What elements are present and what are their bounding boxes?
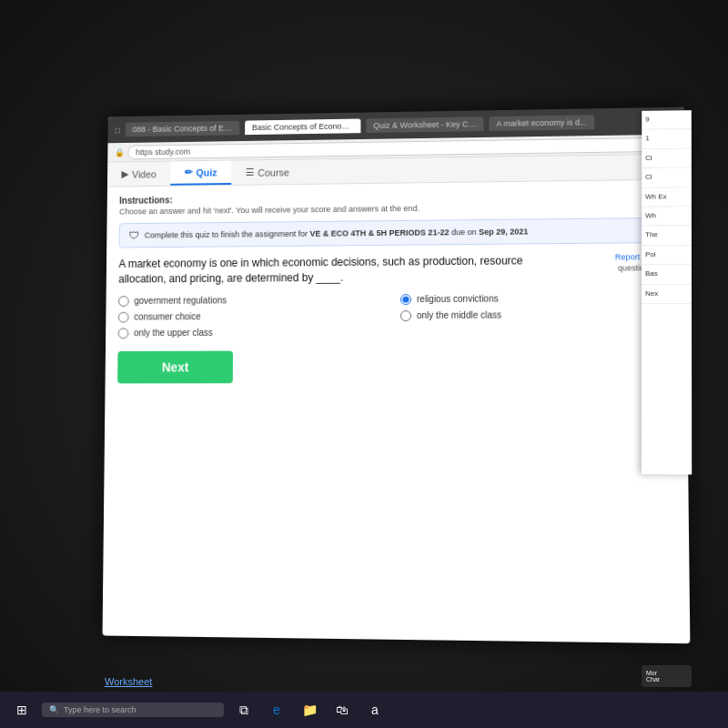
option-4[interactable]: only the upper class: [118, 327, 382, 339]
notification-line-1: Mor: [646, 670, 687, 676]
shield-icon: 🛡: [128, 229, 139, 242]
option-2[interactable]: religious convictions: [400, 292, 673, 305]
quiz-content: Instructions: Choose an answer and hit '…: [105, 180, 687, 392]
tab-quiz[interactable]: ✏ Quiz: [170, 161, 231, 186]
sidebar-item-8[interactable]: Pol: [642, 246, 692, 266]
tab-course[interactable]: ☰ Course: [231, 159, 304, 184]
course-icon: ☰: [246, 167, 255, 178]
option-label-2[interactable]: religious convictions: [417, 294, 499, 305]
edge-icon[interactable]: e: [264, 697, 289, 723]
taskbar-search[interactable]: 🔍 Type here to search: [42, 703, 224, 717]
option-5[interactable]: only the middle class: [400, 308, 673, 321]
files-icon[interactable]: 📁: [297, 697, 322, 723]
sidebar-item-6[interactable]: Wh: [642, 207, 692, 227]
sidebar-item-4[interactable]: Cl: [642, 168, 692, 188]
option-label-1[interactable]: government regulations: [134, 296, 227, 306]
assignment-text: Complete this quiz to finish the assignm…: [145, 227, 529, 239]
option-1[interactable]: government regulations: [118, 294, 382, 307]
taskview-icon[interactable]: ⧉: [231, 697, 257, 723]
radio-opt3[interactable]: [118, 311, 129, 322]
windows-icon[interactable]: ⊞: [9, 697, 35, 723]
sidebar-item-7[interactable]: The: [642, 226, 692, 246]
browser-tab-3[interactable]: Quiz & Worksheet - Key Conc. ✕: [366, 116, 483, 133]
lock-icon: 🔒: [115, 147, 125, 157]
sidebar-item-10[interactable]: Nex: [642, 284, 692, 303]
browser-tab-4[interactable]: A market economy is d...: [489, 115, 593, 131]
browser-icon: □: [115, 125, 120, 135]
bottom-notification: Mor Char: [642, 665, 692, 687]
tab-video[interactable]: ▶ Video: [107, 162, 170, 187]
search-icon: 🔍: [49, 705, 59, 714]
store-icon[interactable]: 🛍: [329, 697, 355, 723]
sidebar-item-2: 1: [642, 129, 692, 149]
browser-tab-2[interactable]: Basic Concepts of Economic Vi ✕: [245, 118, 360, 135]
option-label-3[interactable]: consumer choice: [134, 311, 200, 321]
question-area: A market economy is one in which economi…: [118, 252, 672, 287]
radio-opt5[interactable]: [400, 310, 411, 321]
next-button[interactable]: Next: [117, 350, 233, 383]
sidebar-item-1: 9: [642, 110, 692, 130]
sidebar-item-9[interactable]: Bas: [642, 265, 692, 285]
laptop-screen: □ 088 - Basic Concepts of Econc ✕ Basic …: [103, 107, 691, 644]
right-sidebar: 9 1 Cl Cl Wh Ex Wh The Pol Bas Nex: [642, 110, 692, 474]
radio-opt1[interactable]: [118, 296, 129, 307]
app-icon[interactable]: a: [362, 697, 388, 723]
worksheet-link[interactable]: Worksheet: [105, 676, 152, 687]
sidebar-item-5[interactable]: Wh Ex: [642, 187, 692, 207]
option-label-5[interactable]: only the middle class: [417, 310, 501, 320]
video-icon: ▶: [121, 168, 128, 180]
options-grid: government regulations religious convict…: [118, 292, 673, 339]
radio-opt2[interactable]: [400, 294, 411, 305]
quiz-icon: ✏: [185, 167, 193, 178]
radio-opt4[interactable]: [118, 328, 129, 339]
taskbar: ⊞ 🔍 Type here to search ⧉ e 📁 🛍 a: [0, 692, 728, 728]
search-placeholder[interactable]: Type here to search: [64, 705, 136, 714]
browser-tab-1[interactable]: 088 - Basic Concepts of Econc ✕: [126, 121, 240, 137]
option-label-4[interactable]: only the upper class: [134, 328, 213, 338]
sidebar-item-3[interactable]: Cl: [642, 148, 692, 168]
question-text: A market economy is one in which economi…: [118, 253, 531, 287]
assignment-banner: 🛡 Complete this quiz to finish the assig…: [119, 217, 672, 248]
option-3[interactable]: consumer choice: [118, 310, 382, 322]
notification-line-2: Char: [646, 676, 687, 682]
